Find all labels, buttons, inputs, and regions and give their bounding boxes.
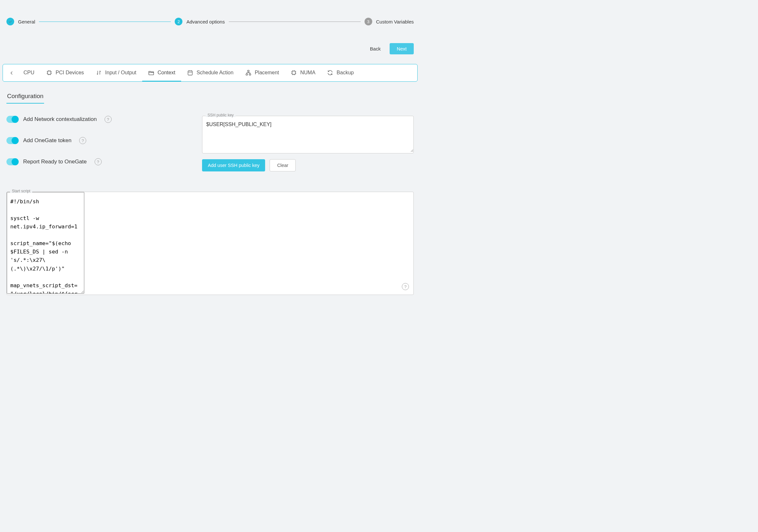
tab-bar: CPU PCI Devices Input / Output Context S	[3, 64, 418, 82]
report-ready-toggle[interactable]	[6, 158, 19, 165]
step-advanced-options[interactable]: 2 Advanced options	[175, 18, 224, 25]
ssh-public-key-field: SSH public key	[202, 116, 414, 153]
toggle-label: Add Network contextualization	[23, 116, 97, 122]
svg-rect-0	[48, 71, 51, 74]
tab-label: Placement	[255, 70, 279, 76]
svg-rect-18	[249, 74, 251, 75]
toggle-label: Add OneGate token	[23, 137, 71, 144]
svg-rect-17	[246, 74, 247, 75]
tab-label: Context	[158, 70, 175, 76]
step-number-icon: 2	[175, 18, 183, 25]
help-icon[interactable]: ?	[105, 116, 112, 123]
tab-label: Backup	[336, 70, 354, 76]
step-label: Custom Variables	[376, 19, 414, 24]
toggle-label: Report Ready to OneGate	[23, 158, 87, 165]
tab-label: CPU	[23, 70, 34, 76]
tab-backup[interactable]: Backup	[321, 64, 360, 82]
subtab-bar: Configuration	[0, 82, 420, 106]
field-legend: Start script	[10, 189, 32, 193]
arrows-up-down-icon	[95, 70, 102, 76]
tab-label: Input / Output	[105, 70, 136, 76]
tab-context[interactable]: Context	[142, 64, 181, 82]
tab-label: NUMA	[300, 70, 315, 76]
svg-rect-16	[247, 70, 249, 72]
tab-scroll-left-button[interactable]	[7, 66, 18, 81]
step-label: Advanced options	[186, 19, 224, 24]
step-number-icon: 3	[364, 18, 372, 25]
refresh-icon	[327, 70, 333, 76]
hierarchy-icon	[245, 70, 252, 76]
next-button[interactable]: Next	[390, 43, 414, 54]
start-script-field: Start script ?	[6, 192, 414, 295]
step-label: General	[18, 19, 35, 24]
network-contextualization-toggle[interactable]	[6, 116, 19, 123]
ssh-public-key-input[interactable]	[202, 116, 413, 152]
step-connector	[229, 21, 361, 22]
stepper: General 2 Advanced options 3 Custom Vari…	[0, 0, 420, 43]
calendar-icon	[187, 70, 193, 76]
svg-rect-23	[292, 71, 295, 74]
tab-label: PCI Devices	[56, 70, 84, 76]
field-legend: SSH public key	[206, 113, 235, 117]
step-connector	[39, 21, 171, 22]
wizard-nav: Back Next	[0, 43, 420, 64]
add-user-ssh-key-button[interactable]: Add user SSH public key	[202, 159, 265, 171]
step-general[interactable]: General	[6, 18, 35, 25]
clear-ssh-key-button[interactable]: Clear	[270, 159, 296, 171]
svg-rect-12	[188, 71, 192, 75]
onegate-token-toggle[interactable]	[6, 137, 19, 144]
back-button[interactable]: Back	[366, 44, 385, 54]
tab-pci-devices[interactable]: PCI Devices	[40, 64, 90, 82]
help-icon[interactable]: ?	[79, 137, 86, 144]
tab-schedule-action[interactable]: Schedule Action	[181, 64, 239, 82]
step-custom-variables[interactable]: 3 Custom Variables	[364, 18, 414, 25]
folder-icon	[148, 70, 155, 76]
tab-numa[interactable]: NUMA	[285, 64, 321, 82]
help-icon[interactable]: ?	[402, 283, 409, 290]
help-icon[interactable]: ?	[95, 158, 102, 165]
check-icon	[6, 18, 14, 25]
tab-placement[interactable]: Placement	[239, 64, 285, 82]
tab-input-output[interactable]: Input / Output	[90, 64, 142, 82]
start-script-input[interactable]	[7, 192, 84, 294]
subtab-configuration[interactable]: Configuration	[6, 91, 44, 104]
chip-icon	[291, 70, 297, 76]
chip-icon	[46, 70, 52, 76]
tab-cpu[interactable]: CPU	[18, 65, 40, 81]
tab-label: Schedule Action	[196, 70, 234, 76]
